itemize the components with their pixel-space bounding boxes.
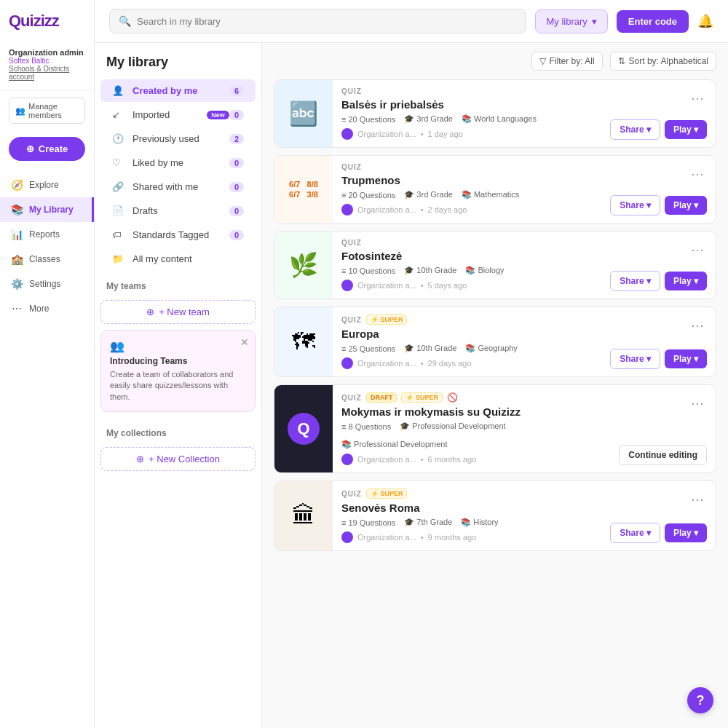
settings-icon: ⚙️ [10,278,23,290]
bell-icon[interactable]: 🔔 [697,13,713,29]
user-account[interactable]: Schools & Districts account [9,65,85,81]
filter-btn-label: Filter by: All [550,56,595,66]
more-options-btn[interactable]: ⋯ [688,488,707,510]
quiz-footer: Organization a... • 6 months ago [341,454,601,465]
quiz-author: Organization a... [357,205,416,214]
enter-code-button[interactable]: Enter code [617,10,689,33]
quiz-time-sep: • [421,281,424,290]
quiz-grade: 🎓 10th Grade [404,344,456,353]
more-options-btn[interactable]: ⋯ [688,392,707,414]
share-button[interactable]: Share ▾ [610,271,660,291]
library-btn-label: My library [546,16,587,27]
quiz-questions: ≡ 19 Questions [341,518,395,527]
filter-button[interactable]: ▽ Filter by: All [531,52,603,71]
play-button[interactable]: Play ▾ [665,196,707,215]
more-options-btn[interactable]: ⋯ [688,163,707,185]
filter-drafts[interactable]: 📄 Drafts 0 [100,199,256,222]
quiz-thumb-emoji: 🗺 [292,328,315,355]
filter-all-my-content-label: All my content [132,253,244,264]
play-button[interactable]: Play ▾ [665,120,707,139]
quiz-title: Mokymas ir mokymasis su Quizizz [341,405,601,418]
sidebar-item-more[interactable]: ⋯ More [0,296,94,321]
quiz-meta: ≡ 20 Questions 🎓 3rd Grade 📚 World Langu… [341,114,593,124]
quiz-title: Trupmenos [341,174,593,186]
filter-all-my-content[interactable]: 📁 All my content [100,248,256,270]
quiz-meta: ≡ 25 Questions 🎓 10th Grade 📚 Geography [341,344,593,353]
quiz-subject: 📚 Biology [465,266,504,275]
more-options-btn[interactable]: ⋯ [688,314,707,336]
sidebar-item-classes[interactable]: 🏫 Classes [0,247,94,272]
standards-tagged-count: 0 [229,230,244,240]
library-dropdown-btn[interactable]: My library ▾ [535,9,607,33]
left-panel-title: My library [95,55,261,79]
quiz-body: QUIZ Trupmenos ≡ 20 Questions 🎓 3rd Grad… [333,156,601,223]
quiz-title: Senovės Roma [341,502,593,514]
quiz-type-row: QUIZ DRAFT ⚡ SUPER 🚫 [341,392,601,403]
quiz-meta: ≡ 20 Questions 🎓 3rd Grade 📚 Mathematics [341,190,593,199]
quiz-thumbnail: Q [274,385,333,472]
drafts-icon: 📄 [112,205,127,216]
quiz-author: Organization a... [357,455,416,464]
plus-icon: ⊕ [26,143,34,154]
quiz-grade: 🎓 3rd Grade [404,114,453,124]
quiz-grade: 🎓 10th Grade [404,266,456,275]
play-button[interactable]: Play ▾ [665,272,707,290]
team-card-close-icon[interactable]: ✕ [240,336,249,348]
left-panel: My library 👤 Created by me 6 ↙ Imported … [95,43,262,728]
shared-with-me-icon: 🔗 [112,181,127,192]
new-team-button[interactable]: ⊕ + New team [100,300,256,324]
quiz-questions: ≡ 10 Questions [341,266,395,275]
filter-shared-with-me-label: Shared with me [132,181,229,192]
sidebar-item-more-label: More [29,304,49,314]
quiz-body: QUIZ ⚡ SUPER Senovės Roma ≡ 19 Questions… [333,481,601,550]
manage-members-btn[interactable]: 👥 Manage members [9,98,85,124]
filter-shared-with-me[interactable]: 🔗 Shared with me 0 [100,175,256,198]
imported-count: 0 [229,110,244,120]
filter-liked-by-me[interactable]: ♡ Liked by me 0 [100,151,256,174]
classes-icon: 🏫 [10,253,23,265]
sidebar-item-my-library[interactable]: 📚 My Library [0,197,94,222]
drafts-count: 0 [229,206,244,216]
quiz-type-row: QUIZ [341,239,593,247]
more-options-btn[interactable]: ⋯ [688,239,707,261]
more-options-btn[interactable]: ⋯ [688,87,707,109]
filter-previously-used[interactable]: 🕐 Previously used 2 [100,127,256,150]
share-button[interactable]: Share ▾ [610,349,660,369]
filter-created-by-me[interactable]: 👤 Created by me 6 [100,79,256,102]
play-button[interactable]: Play ▾ [665,523,707,542]
quiz-card: 🌿 QUIZ Fotosintezė ≡ 10 Questions 🎓 10th… [274,231,716,299]
share-button[interactable]: Share ▾ [610,119,660,140]
help-button[interactable]: ? [687,687,713,713]
quiz-thumbnail: 🌿 [274,232,333,298]
quiz-time: 6 months ago [428,455,477,464]
sidebar-item-reports[interactable]: 📊 Reports [0,222,94,247]
continue-editing-button[interactable]: Continue editing [619,445,707,465]
nav-items: 🧭 Explore 📚 My Library 📊 Reports 🏫 Class… [0,173,94,321]
standards-tagged-icon: 🏷 [112,229,127,240]
create-button[interactable]: ⊕ Create [9,137,85,161]
quiz-thumb-math: 6/7 8/8 6/7 3/8 [286,176,321,203]
filter-imported[interactable]: ↙ Imported New 0 [100,103,256,126]
user-role: Organization admin [9,48,85,57]
sidebar-item-settings[interactable]: ⚙️ Settings [0,272,94,296]
manage-members-label: Manage members [28,102,79,119]
search-input[interactable] [137,16,517,27]
filter-drafts-label: Drafts [132,205,229,216]
author-avatar [341,204,353,215]
share-button[interactable]: Share ▾ [610,195,660,215]
quiz-time: 5 days ago [428,281,467,290]
sort-button[interactable]: ⇅ Sort by: Alphabetical [610,52,716,71]
filter-standards-tagged[interactable]: 🏷 Standards Tagged 0 [100,223,256,246]
quiz-time: 9 months ago [428,533,477,542]
share-button[interactable]: Share ▾ [610,523,660,543]
quiz-actions: ⋯ Share ▾ Play ▾ [601,156,716,223]
new-collection-button[interactable]: ⊕ + New Collection [100,447,256,471]
quiz-thumbnail: 6/7 8/8 6/7 3/8 [274,156,333,223]
quiz-body: QUIZ Balsės ir priebalsės ≡ 20 Questions… [333,80,601,147]
quiz-logo-thumb: Q [288,413,320,445]
team-card-desc: Create a team of collaborators and easil… [110,369,246,403]
created-by-me-icon: 👤 [112,85,127,96]
play-button[interactable]: Play ▾ [665,349,707,368]
create-label: Create [39,143,68,154]
sidebar-item-explore[interactable]: 🧭 Explore [0,173,94,197]
